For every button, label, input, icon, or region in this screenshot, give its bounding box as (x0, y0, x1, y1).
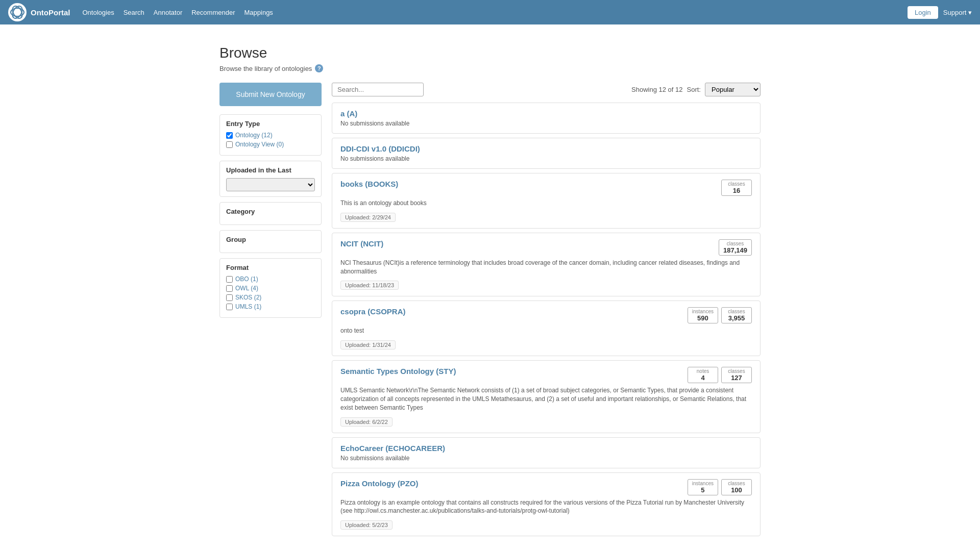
category-title: Category (226, 208, 315, 215)
card-title-csopra[interactable]: csopra (CSOPRA) (340, 307, 406, 316)
format-umls-label[interactable]: UMLS (1) (235, 303, 261, 310)
submit-ontology-button[interactable]: Submit New Ontology (219, 83, 322, 106)
format-umls-checkbox[interactable] (226, 304, 233, 310)
card-badges-books: classes 16 (721, 180, 752, 196)
search-input[interactable] (332, 83, 424, 96)
card-top-echo: EchoCareer (ECHOCAREER) (340, 444, 752, 453)
card-desc-sty: UMLS Semantic Network\r\nThe Semantic Ne… (340, 386, 752, 412)
uploaded-select[interactable]: 1 week 1 month 3 months 6 months 1 year (226, 178, 315, 191)
svg-point-2 (11, 5, 24, 20)
entry-type-ontology-checkbox[interactable] (226, 132, 233, 139)
badge-notes-value-sty: 4 (701, 374, 704, 382)
main-top: Showing 12 of 12 Sort: Popular Alphabeti… (332, 83, 761, 96)
format-owl-checkbox[interactable] (226, 285, 233, 292)
login-button[interactable]: Login (908, 6, 938, 19)
format-umls[interactable]: UMLS (1) (226, 303, 315, 310)
format-skos[interactable]: SKOS (2) (226, 294, 315, 301)
badge-classes-ncit: classes 187,149 (719, 239, 752, 256)
ontology-card-ncit: NCIT (NCIT) classes 187,149 NCI Thesauru… (332, 233, 761, 297)
format-skos-checkbox[interactable] (226, 294, 233, 301)
sidebar: Submit New Ontology Entry Type Ontology … (219, 83, 322, 540)
card-top: DDI-CDI v1.0 (DDICDI) (340, 144, 752, 153)
badge-classes-label-ncit: classes (723, 241, 747, 246)
badge-classes-label-sty: classes (726, 368, 747, 374)
card-top: a (A) (340, 109, 752, 118)
badge-classes-pzo: classes 100 (721, 479, 752, 495)
format-skos-label[interactable]: SKOS (2) (235, 294, 261, 301)
card-badges-pzo: instances 5 classes 100 (688, 479, 752, 495)
no-submissions-ddi: No submissions available (340, 155, 752, 162)
card-top-books: books (BOOKS) classes 16 (340, 180, 752, 196)
card-desc-ncit: NCI Thesaurus (NCIt)is a reference termi… (340, 259, 752, 276)
nav-logo[interactable]: OntoPortal (8, 3, 70, 21)
page-container: Browse Browse the library of ontologies … (209, 24, 771, 551)
page-subtitle: Browse the library of ontologies ? (219, 64, 761, 72)
card-title-sty[interactable]: Semantic Types Ontology (STY) (340, 367, 456, 375)
ontology-card-csopra: csopra (CSOPRA) instances 590 classes 3,… (332, 300, 761, 356)
ontology-card-books: books (BOOKS) classes 16 This is an onto… (332, 173, 761, 229)
sort-select[interactable]: Popular Alphabetical Activity (705, 83, 761, 96)
showing-area: Showing 12 of 12 Sort: Popular Alphabeti… (631, 83, 761, 96)
no-submissions-a: No submissions available (340, 120, 752, 127)
card-title-a[interactable]: a (A) (340, 109, 357, 118)
entry-type-ontology-label[interactable]: Ontology (12) (235, 132, 273, 139)
badge-instances-label-pzo: instances (692, 481, 714, 486)
no-submissions-echo: No submissions available (340, 455, 752, 462)
card-badges-sty: notes 4 classes 127 (688, 367, 752, 383)
format-section: Format OBO (1) OWL (4) SKOS (2) UMLS (1) (219, 258, 322, 318)
page-title: Browse (219, 45, 761, 61)
card-title-ddi[interactable]: DDI-CDI v1.0 (DDICDI) (340, 144, 420, 153)
format-obo-label[interactable]: OBO (1) (235, 276, 258, 283)
format-obo[interactable]: OBO (1) (226, 276, 315, 283)
navbar: OntoPortal Ontologies Search Annotator R… (0, 0, 980, 24)
card-title-books[interactable]: books (BOOKS) (340, 180, 398, 188)
badge-instances-csopra: instances 590 (688, 307, 718, 323)
badge-classes-csopra: classes 3,955 (721, 307, 752, 323)
entry-type-title: Entry Type (226, 120, 315, 128)
badge-instances-value-pzo: 5 (701, 486, 704, 494)
nav-search[interactable]: Search (124, 9, 144, 16)
nav-recommender[interactable]: Recommender (191, 9, 235, 16)
nav-annotator[interactable]: Annotator (154, 9, 182, 16)
entry-type-section: Entry Type Ontology (12) Ontology View (… (219, 114, 322, 156)
card-top-ncit: NCIT (NCIT) classes 187,149 (340, 239, 752, 256)
entry-type-view-checkbox[interactable] (226, 141, 233, 148)
card-desc-books: This is an ontology about books (340, 199, 752, 208)
subtitle-text: Browse the library of ontologies (219, 65, 312, 72)
sort-label: Sort: (687, 86, 701, 93)
card-desc-csopra: onto test (340, 327, 752, 335)
badge-classes-value-csopra: 3,955 (728, 314, 745, 322)
logo-icon (8, 3, 27, 21)
card-top-csopra: csopra (CSOPRA) instances 590 classes 3,… (340, 307, 752, 323)
uploaded-title: Uploaded in the Last (226, 166, 315, 174)
card-title-echo[interactable]: EchoCareer (ECHOCAREER) (340, 444, 445, 453)
card-badges-csopra: instances 590 classes 3,955 (688, 307, 752, 323)
card-title-pzo[interactable]: Pizza Ontology (PZO) (340, 479, 419, 488)
nav-mappings[interactable]: Mappings (244, 9, 273, 16)
ontology-card-sty: Semantic Types Ontology (STY) notes 4 cl… (332, 360, 761, 433)
format-owl-label[interactable]: OWL (4) (235, 285, 258, 292)
format-obo-checkbox[interactable] (226, 276, 233, 283)
badge-notes-sty: notes 4 (688, 367, 718, 383)
card-uploaded-books: Uploaded: 2/29/24 (340, 213, 396, 222)
entry-type-view-label[interactable]: Ontology View (0) (235, 141, 284, 148)
badge-classes-label-csopra: classes (726, 309, 747, 314)
badge-classes-value: 16 (733, 187, 740, 194)
nav-right: Login Support ▾ (908, 6, 972, 19)
badge-classes-sty: classes 127 (721, 367, 752, 383)
card-uploaded-pzo: Uploaded: 5/2/23 (340, 520, 393, 530)
card-desc-pzo: Pizza ontology is an example ontology th… (340, 498, 752, 516)
entry-type-ontology[interactable]: Ontology (12) (226, 132, 315, 139)
help-icon[interactable]: ? (315, 64, 323, 72)
main-content: Showing 12 of 12 Sort: Popular Alphabeti… (332, 83, 761, 540)
format-owl[interactable]: OWL (4) (226, 285, 315, 292)
support-dropdown[interactable]: Support ▾ (943, 9, 972, 16)
card-uploaded-sty: Uploaded: 6/2/22 (340, 417, 393, 427)
badge-classes-books: classes 16 (721, 180, 752, 196)
entry-type-view[interactable]: Ontology View (0) (226, 141, 315, 148)
card-uploaded-csopra: Uploaded: 1/31/24 (340, 340, 396, 349)
nav-ontologies[interactable]: Ontologies (83, 9, 114, 16)
group-section: Group (219, 230, 322, 253)
badge-classes-label: classes (726, 181, 747, 187)
card-title-ncit[interactable]: NCIT (NCIT) (340, 239, 383, 248)
